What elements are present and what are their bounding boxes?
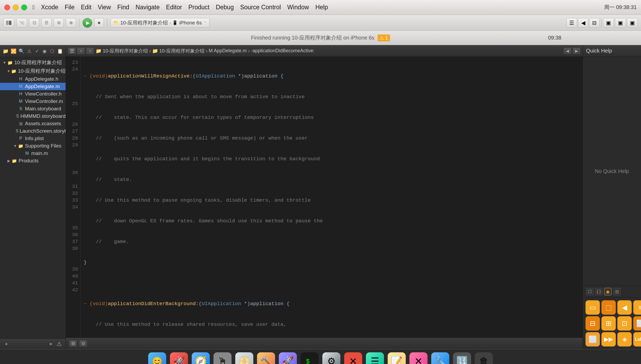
hierarchy-button[interactable]: ☰ [41, 18, 52, 28]
sidebar-item-root-group[interactable]: ▼ 📁 10-应用程序对象介绍 [0, 58, 66, 67]
menu-product[interactable]: Product [188, 4, 209, 11]
navigate-prev-button[interactable]: ‹ [77, 47, 85, 54]
dock-xmind[interactable]: ✕ [344, 352, 362, 364]
dock-app2[interactable]: ☰ [366, 352, 384, 364]
obj-item-table-vc[interactable]: ≡ [633, 300, 641, 315]
dock-preferences[interactable]: ⚙ [322, 352, 340, 364]
menu-file[interactable]: File [65, 4, 75, 11]
obj-lib-circle-btn[interactable]: ◉ [604, 288, 612, 295]
sidebar-breakpoints-icon[interactable]: ⬡ [49, 47, 55, 55]
dock-trash[interactable]: 🗑 [475, 352, 493, 364]
sidebar-tests-icon[interactable]: ✓ [34, 47, 40, 55]
obj-lib-grid-btn[interactable]: ☐ [586, 288, 593, 295]
sidebar-item-main-storyboard[interactable]: ▶ S Main.storyboard [0, 105, 66, 112]
apple-menu[interactable]:  [32, 4, 35, 11]
obj-item-scnvc[interactable]: ◈ [617, 332, 632, 346]
dock-finder[interactable]: 😊 [148, 352, 166, 364]
menu-find[interactable]: Find [117, 4, 129, 11]
obj-item-storyboard-ref[interactable]: ⬚ [601, 300, 616, 315]
obj-item-split-vc[interactable]: ⊡ [617, 316, 632, 331]
sidebar-item-infoplist[interactable]: ▶ P Info.plist [0, 135, 66, 142]
dock-xcode-build[interactable]: 🔧 [431, 352, 449, 364]
debug-jump-btn[interactable]: ⊙ [79, 340, 87, 347]
sidebar-item-supporting[interactable]: ▼ 📁 Supporting Files [0, 142, 66, 150]
obj-item-collection-vc[interactable]: ⊟ [586, 316, 600, 331]
code-content[interactable]: - (void)applicationWillResignActive:(UIA… [80, 57, 583, 337]
related-files-button[interactable]: ◀ [563, 47, 571, 54]
dock-xcode-tools[interactable]: 🔨 [257, 352, 275, 364]
sidebar-item-products[interactable]: ▶ 📁 Products [0, 157, 66, 164]
menu-view[interactable]: View [98, 4, 111, 11]
editor-layout-btn[interactable]: ☰ [566, 18, 577, 28]
obj-lib-code-btn[interactable]: { } [595, 288, 602, 295]
dock-dvd[interactable]: 📀 [235, 352, 253, 364]
dock-terminal[interactable]: $_ [301, 352, 319, 364]
sidebar-files-icon[interactable]: 📁 [3, 47, 8, 55]
debug-layout-btn[interactable]: ⊟ [69, 340, 77, 347]
sidebar-item-appdelegate-m[interactable]: ▶ M AppDelegate.m [0, 83, 66, 90]
breadcrumb-part1[interactable]: 📁 10-应用程序对象介绍 [96, 48, 148, 54]
sidebar-toggle-button[interactable] [3, 18, 14, 28]
sidebar-item-viewcontroller-h[interactable]: ▶ H ViewController.h [0, 90, 66, 98]
sidebar-vcs-icon[interactable]: 🔀 [11, 47, 16, 55]
close-button[interactable] [4, 5, 10, 10]
menu-xcode[interactable]: Xcode [41, 4, 58, 11]
editor-split-btn[interactable]: ⊟ [589, 18, 600, 28]
obj-item-nav-controller[interactable]: ◀ [617, 300, 632, 315]
stop-button[interactable]: ■ [94, 18, 104, 28]
navigate-back-button[interactable]: ☰ [68, 47, 76, 54]
obj-item-page-vc[interactable]: ⬜ [633, 316, 641, 331]
panel-right-btn[interactable]: ▣ [627, 18, 638, 28]
sidebar-issues-icon[interactable]: ⚠ [27, 47, 32, 55]
dock-launchpad[interactable]: 🚀 [170, 352, 188, 364]
menu-navigate[interactable]: Navigate [136, 4, 160, 11]
compare-button[interactable]: ⧉ [54, 18, 64, 28]
dock-safari[interactable]: 🧭 [192, 352, 210, 364]
obj-item-tab-bar-vc[interactable]: ⊞ [601, 316, 616, 331]
dock-notes[interactable]: 📝 [388, 352, 406, 364]
vcs-button[interactable]: ⌥ [16, 18, 27, 28]
menu-edit[interactable]: Edit [81, 4, 92, 11]
code-editor[interactable]: 23 24 25 26 27 28 29 30 31 32 [66, 57, 583, 337]
fullscreen-button[interactable] [21, 5, 27, 10]
obj-item-glkit-vc[interactable]: ⬜ [586, 332, 600, 346]
menu-source-control[interactable]: Source Control [240, 4, 281, 11]
scheme-selector[interactable]: 📁 10-应用程序对象介绍 › 📱 iPhone 6s ⌃ [110, 18, 210, 28]
add-file-button[interactable]: + [3, 340, 10, 348]
run-button[interactable]: ▶ [83, 18, 92, 28]
obj-item-label[interactable]: Label [633, 332, 641, 346]
sidebar-item-subgroup[interactable]: ▼ 📁 10-应用程序对象介绍 [0, 67, 66, 75]
filter-button[interactable]: ⊡ [29, 18, 39, 28]
minimize-button[interactable] [13, 5, 19, 10]
panel-bottom-btn[interactable]: ▣ [615, 18, 626, 28]
sidebar-item-main-m[interactable]: ▶ M main.m [0, 150, 66, 157]
add-button[interactable]: ⊕ [66, 18, 76, 28]
navigate-next-button[interactable]: › [86, 47, 94, 54]
panel-left-btn[interactable]: ▣ [603, 18, 614, 28]
obj-lib-layout-btn[interactable]: ⊟ [613, 288, 621, 295]
breadcrumb-part2[interactable]: 📁 10-应用程序对象介绍 [152, 48, 204, 54]
dock-rocket[interactable]: 🚀 [279, 352, 297, 364]
menu-debug[interactable]: Debug [216, 4, 234, 11]
sidebar-item-assets[interactable]: ▶ ⊞ Assets.xcassets [0, 120, 66, 127]
sidebar-item-viewcontroller-m[interactable]: ▶ M ViewController.m [0, 98, 66, 105]
obj-item-avkit-vc[interactable]: ▶▶ [601, 332, 616, 346]
editor-nav-btn[interactable]: ◀ [578, 18, 588, 28]
menu-help[interactable]: Help [315, 4, 328, 11]
filter-button[interactable]: ⌖ [47, 340, 54, 348]
sidebar-debug-icon[interactable]: ◉ [42, 47, 48, 55]
warning-badge[interactable]: ⚠ 1 [378, 34, 390, 41]
sidebar-search-icon[interactable]: 🔍 [19, 47, 24, 55]
breadcrumb-part3[interactable]: M AppDelegate.m [209, 48, 247, 54]
obj-item-view-controller[interactable]: ▭ [586, 300, 600, 315]
sidebar-item-appdelegate-h[interactable]: ▶ H AppDelegate.h [0, 75, 66, 83]
dock-app3[interactable]: ✕ [409, 352, 428, 364]
warnings-filter-button[interactable]: ⚠ [55, 340, 63, 348]
menu-window[interactable]: Window [287, 4, 309, 11]
breadcrumb-part4[interactable]: -applicationDidBecomeActive: [251, 48, 314, 54]
menu-editor[interactable]: Editor [166, 4, 182, 11]
dock-calculator[interactable]: 🔢 [453, 352, 471, 364]
assistant-editor-button[interactable]: ▶ [572, 47, 580, 54]
sidebar-reports-icon[interactable]: 📋 [57, 47, 63, 55]
dock-mouse[interactable]: 🖱 [213, 352, 232, 364]
